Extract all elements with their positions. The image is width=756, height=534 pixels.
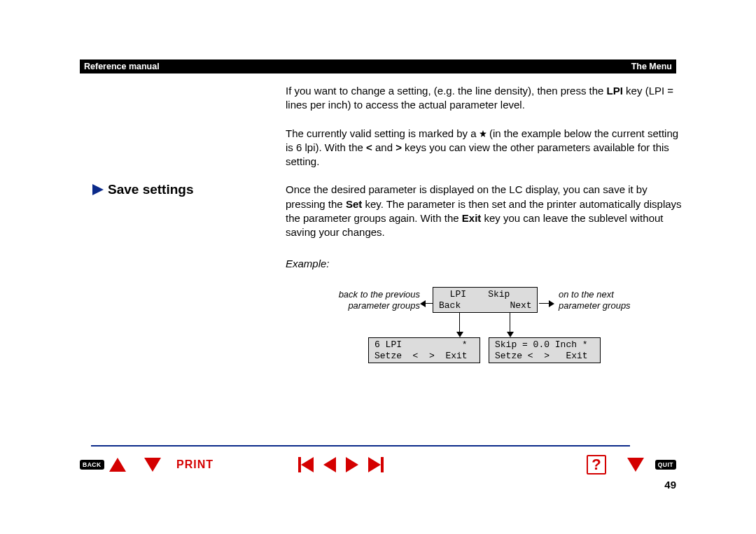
star-icon — [479, 127, 486, 134]
print-button[interactable]: PRINT — [176, 457, 214, 472]
section-heading: Save settings — [92, 182, 194, 197]
lcd-top: LPI Skip Back Next — [433, 287, 538, 313]
page: Reference manual The Menu Save settings … — [0, 0, 756, 534]
triangle-down-icon — [144, 458, 161, 472]
lcd-row: LPI Skip — [439, 289, 531, 300]
paragraph-3: Once the desired parameter is displayed … — [286, 183, 685, 239]
text: parameter groups — [315, 300, 420, 311]
header-right: The Menu — [631, 62, 672, 71]
header-bar: Reference manual The Menu — [80, 59, 676, 73]
lcd-row: 6 LPI * — [374, 339, 474, 351]
text: and — [372, 141, 396, 153]
next-page-button[interactable] — [346, 457, 358, 472]
svg-marker-0 — [479, 130, 486, 137]
bold-gt: > — [396, 141, 402, 153]
lcd-row: Back Next — [439, 300, 531, 311]
scroll-down-button[interactable] — [144, 457, 161, 472]
header-left: Reference manual — [84, 62, 160, 71]
lcd-bottom-right: Skip = 0.0 Inch * Setze < > Exit — [489, 337, 601, 363]
body-text: If you want to change a setting, (e.g. t… — [286, 84, 685, 253]
example-label: Example: — [286, 258, 330, 269]
arrow-left-icon — [426, 303, 433, 304]
text: ? — [592, 456, 601, 474]
lcd-row: Skip = 0.0 Inch * — [495, 339, 594, 351]
arrow-down-icon — [510, 312, 510, 332]
bold-lpi: LPI — [607, 85, 623, 97]
text: parameter groups — [559, 300, 631, 311]
paragraph-2: The currently valid setting is marked by… — [286, 127, 685, 169]
arrow-down-icon — [459, 312, 460, 332]
prev-page-button[interactable] — [323, 457, 336, 472]
caption-right: on to the next parameter groups — [559, 289, 631, 311]
last-page-button[interactable] — [368, 457, 384, 472]
triangle-left-icon — [301, 457, 314, 472]
back-label: BACK — [80, 460, 104, 470]
text: If you want to change a setting, (e.g. t… — [286, 85, 607, 97]
nav-center-group — [297, 457, 385, 472]
diagram: LPI Skip Back Next back to the previous … — [286, 287, 692, 385]
footer-rule — [91, 445, 630, 447]
lcd-bottom-left: 6 LPI * Setze < > Exit — [368, 337, 480, 363]
back-button[interactable]: BACK — [80, 457, 104, 472]
triangle-left-icon — [323, 457, 336, 472]
content-area: Save settings If you want to change a se… — [80, 84, 676, 450]
print-label: PRINT — [176, 458, 214, 471]
bold-set: Set — [346, 198, 362, 210]
lcd-row: Setze < > Exit — [495, 351, 594, 362]
quit-label: QUIT — [655, 460, 676, 470]
quit-button[interactable]: QUIT — [655, 457, 676, 472]
first-page-button[interactable] — [298, 457, 314, 472]
paragraph-1: If you want to change a setting, (e.g. t… — [286, 84, 685, 113]
text: on to the next — [559, 289, 631, 300]
triangle-right-icon — [346, 457, 358, 472]
arrow-right-icon — [539, 303, 549, 304]
lcd-row: Setze < > Exit — [374, 351, 474, 362]
nav-bar: BACK PRINT — [80, 457, 676, 474]
help-button[interactable]: ? — [587, 457, 606, 472]
text: back to the previous — [315, 289, 420, 300]
triangle-up-icon — [109, 458, 126, 472]
page-number: 49 — [664, 479, 676, 491]
scroll-up-button[interactable] — [109, 457, 126, 472]
chevron-right-icon — [92, 184, 104, 195]
triangle-down-icon — [627, 458, 644, 472]
caption-left: back to the previous parameter groups — [315, 289, 420, 311]
bar-icon — [381, 457, 384, 472]
triangle-right-icon — [368, 457, 381, 472]
bold-exit: Exit — [462, 212, 482, 224]
question-icon: ? — [587, 455, 606, 475]
text: The currently valid setting is marked by… — [286, 127, 479, 139]
bold-lt: < — [366, 141, 372, 153]
heading-text: Save settings — [108, 182, 194, 197]
scroll-down-button-2[interactable] — [627, 457, 644, 472]
